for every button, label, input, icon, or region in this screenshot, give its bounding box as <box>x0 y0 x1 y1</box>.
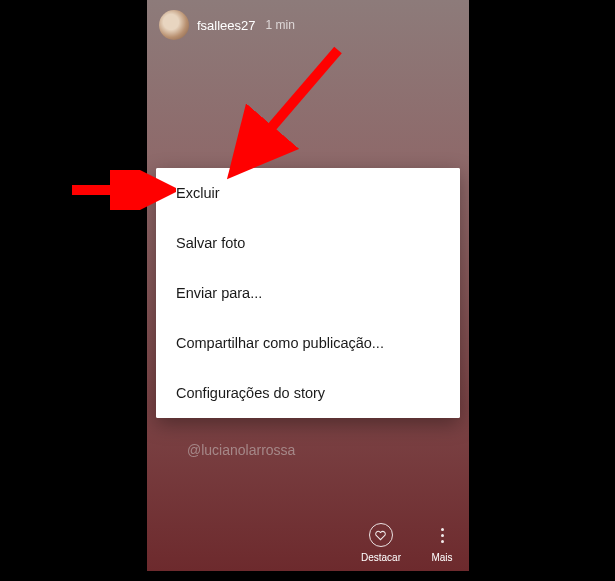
story-mention[interactable]: @lucianolarrossa <box>187 442 295 458</box>
dialog-item-share-as-post[interactable]: Compartilhar como publicação... <box>156 318 460 368</box>
dialog-item-delete[interactable]: Excluir <box>156 168 460 218</box>
more-label: Mais <box>431 552 452 563</box>
dialog-item-send-to[interactable]: Enviar para... <box>156 268 460 318</box>
dialog-item-story-settings[interactable]: Configurações do story <box>156 368 460 418</box>
heart-circle-icon <box>368 522 394 548</box>
username[interactable]: fsallees27 <box>197 18 256 33</box>
highlight-button[interactable]: Destacar <box>361 522 401 563</box>
more-vertical-icon <box>429 522 455 548</box>
story-timestamp: 1 min <box>266 18 295 32</box>
more-button[interactable]: Mais <box>429 522 455 563</box>
avatar[interactable] <box>159 10 189 40</box>
dialog-item-save-photo[interactable]: Salvar foto <box>156 218 460 268</box>
story-header: fsallees27 1 min <box>147 0 469 50</box>
story-viewer: fsallees27 1 min @lucianolarrossa Exclui… <box>147 0 469 571</box>
story-options-dialog: Excluir Salvar foto Enviar para... Compa… <box>156 168 460 418</box>
highlight-label: Destacar <box>361 552 401 563</box>
story-bottom-bar: Destacar Mais <box>361 522 455 563</box>
